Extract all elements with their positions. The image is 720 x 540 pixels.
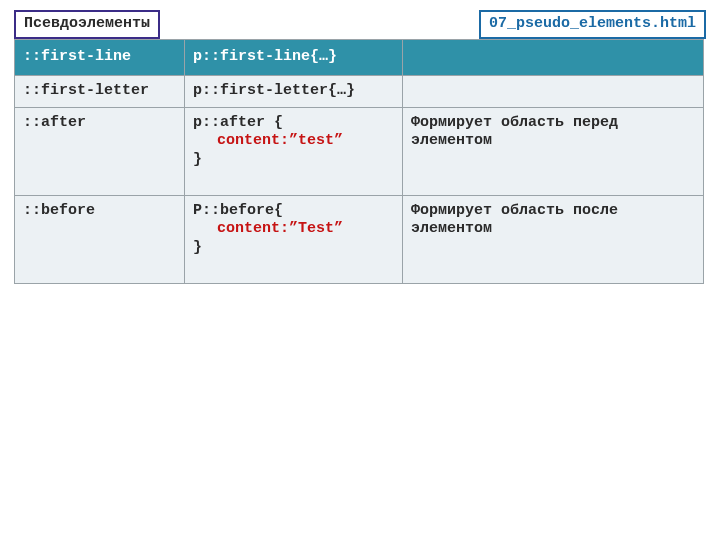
- code-line-content: content:”Test”: [193, 220, 394, 239]
- table-body: ::first-letterp::first-letter{…}::afterp…: [15, 75, 704, 283]
- table-row: ::beforeP::before{content:”Test”}Формиру…: [15, 195, 704, 283]
- cell-description: Формирует область после элементом: [403, 195, 704, 283]
- filename-badge: 07_pseudo_elements.html: [479, 10, 706, 39]
- cell-selector: ::after: [15, 107, 185, 195]
- cell-example: P::before{content:”Test”}: [185, 195, 403, 283]
- code-line: P::before{: [193, 202, 394, 221]
- cell-example: p::first-letter{…}: [185, 75, 403, 107]
- cell-selector: ::first-letter: [15, 75, 185, 107]
- slide: Псевдоэлементы 07_pseudo_elements.html :…: [0, 0, 720, 540]
- code-line-content: content:”test”: [193, 132, 394, 151]
- code-line: }: [193, 151, 394, 170]
- cell-selector: ::before: [15, 195, 185, 283]
- cell-example: p::after {content:”test”}: [185, 107, 403, 195]
- slide-title-badge: Псевдоэлементы: [14, 10, 160, 39]
- pseudo-elements-table: ::first-line p::first-line{…} ::first-le…: [14, 39, 704, 284]
- table-row: ::afterp::after {content:”test”}Формируе…: [15, 107, 704, 195]
- cell-description: Формирует область перед элементом: [403, 107, 704, 195]
- header-cell-desc: [403, 40, 704, 76]
- header-cell-selector: ::first-line: [15, 40, 185, 76]
- header-cell-example: p::first-line{…}: [185, 40, 403, 76]
- code-line: }: [193, 239, 394, 258]
- cell-description: [403, 75, 704, 107]
- table-row: ::first-letterp::first-letter{…}: [15, 75, 704, 107]
- table-header-row: ::first-line p::first-line{…}: [15, 40, 704, 76]
- code-line: p::after {: [193, 114, 394, 133]
